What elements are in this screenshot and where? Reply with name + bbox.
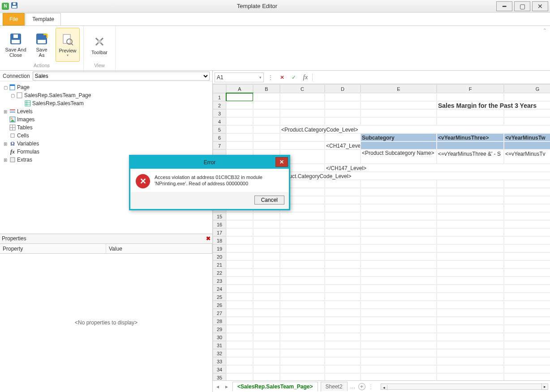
sheet-tab-more[interactable]: … (350, 383, 356, 390)
toolbar-button[interactable]: Toolbar (87, 28, 112, 62)
file-tab[interactable]: File (3, 13, 25, 26)
save-icon[interactable] (11, 2, 18, 10)
page-item-icon (16, 92, 23, 99)
row-34[interactable]: 34 (213, 365, 226, 373)
row-29[interactable]: 29 (213, 325, 226, 333)
name-box[interactable]: A1 ▾ (215, 72, 264, 82)
svg-rect-5 (13, 34, 18, 38)
tree-images[interactable]: Images (17, 116, 34, 123)
col-D[interactable]: D (325, 84, 361, 93)
row-27[interactable]: 27 (213, 309, 226, 317)
col-E[interactable]: E (361, 84, 437, 93)
row-28[interactable]: 28 (213, 317, 226, 325)
row-30[interactable]: 30 (213, 333, 226, 341)
value-column[interactable]: Value (106, 244, 212, 253)
accept-formula-icon[interactable]: ✓ (289, 72, 299, 82)
close-properties-icon[interactable]: ✖ (206, 235, 211, 242)
preview-icon (60, 33, 75, 47)
cancel-formula-icon[interactable]: ✕ (277, 72, 287, 82)
connection-dropdown[interactable]: Sales (33, 72, 210, 81)
tree-cells[interactable]: Cells (17, 132, 29, 139)
row-20[interactable]: 20 (213, 252, 226, 260)
cell-catcode-open: <Product.CategoryCode_Level> (280, 125, 550, 133)
formula-input[interactable] (314, 72, 548, 82)
row-33[interactable]: 33 (213, 357, 226, 365)
connection-row: Connection Sales (0, 71, 212, 81)
extras-icon (9, 156, 16, 163)
row-32[interactable]: 32 (213, 349, 226, 357)
svg-rect-15 (25, 101, 30, 106)
row-24[interactable]: 24 (213, 285, 226, 293)
col-G[interactable]: G (504, 84, 550, 93)
property-column[interactable]: Property (0, 244, 106, 253)
fb-dots-icon: ⋮ (266, 72, 275, 82)
svg-line-10 (71, 43, 73, 45)
tree-variables[interactable]: Variables (17, 141, 39, 147)
sheet-tab-2[interactable]: Sheet2 (321, 382, 348, 391)
row-26[interactable]: 26 (213, 301, 226, 309)
svg-rect-20 (10, 111, 15, 113)
formula-bar: A1 ▾ ⋮ ✕ ✓ fx (213, 71, 550, 84)
sheet-tab-active[interactable]: <SalesRep.SalesTeam_Page> (232, 382, 318, 391)
row-35[interactable]: 35 (213, 373, 226, 380)
row-23[interactable]: 23 (213, 277, 226, 285)
row-18[interactable]: 18 (213, 236, 226, 244)
row-25[interactable]: 25 (213, 293, 226, 301)
row-17[interactable]: 17 (213, 228, 226, 236)
chevron-down-icon[interactable]: ▾ (259, 75, 262, 80)
collapse-ribbon-icon[interactable]: ⌃ (543, 28, 546, 33)
save-as-button[interactable]: Save As (30, 28, 54, 62)
close-dialog-button[interactable]: ✕ (275, 157, 288, 167)
catcode-close: roduct.CategoryCode_Level> (280, 172, 550, 180)
col-F[interactable]: F (437, 84, 504, 93)
properties-empty: <No properties to display> (0, 254, 212, 392)
error-icon: ✕ (136, 174, 150, 188)
subtitle: Cre (504, 109, 550, 117)
svg-rect-14 (17, 93, 22, 98)
subcategory-header: Subcategory (361, 133, 437, 141)
formulas-icon: fx (9, 148, 16, 155)
sheet-nav-prev[interactable]: ◂ (215, 383, 221, 390)
tree-item-page[interactable]: SalesRep.SalesTeam_Page (24, 92, 91, 98)
error-dialog: Error ✕ ✕ Access violation at address 01… (129, 155, 290, 210)
tree-levels[interactable]: Levels (17, 108, 33, 115)
tree-item-sheet[interactable]: SalesRep.SalesTeam (32, 100, 84, 107)
spreadsheet[interactable]: A B C D E F G 1 2 Sales Margin for the P… (213, 84, 550, 380)
maximize-button[interactable]: ▢ (514, 1, 530, 11)
ch147-close: </CH147_Level> (325, 164, 550, 172)
col-B[interactable]: B (253, 84, 280, 93)
row-16[interactable]: 16 (213, 220, 226, 228)
minimize-button[interactable]: ━ (496, 1, 512, 11)
tree-formulas[interactable]: Formulas (17, 149, 39, 155)
ribbon-tabs: File Template (0, 13, 550, 26)
tree-tables[interactable]: Tables (17, 124, 33, 131)
col-C[interactable]: C (280, 84, 325, 93)
row-19[interactable]: 19 (213, 244, 226, 252)
cell-A1[interactable] (226, 93, 253, 101)
toolbar-icon (92, 34, 107, 49)
row-1[interactable]: 1 (213, 93, 226, 101)
tree-extras[interactable]: Extras (17, 157, 32, 163)
col-A[interactable]: A (226, 84, 253, 93)
template-tab[interactable]: Template (26, 13, 61, 26)
horizontal-scrollbar[interactable]: ◂▸ (381, 383, 548, 390)
row-22[interactable]: 22 (213, 268, 226, 277)
cancel-button[interactable]: Cancel (254, 196, 284, 205)
save-as-icon (34, 32, 49, 46)
close-window-button[interactable]: ✕ (532, 1, 548, 11)
sheet-icon (24, 100, 31, 107)
svg-rect-1 (12, 6, 17, 8)
row-21[interactable]: 21 (213, 260, 226, 268)
row-15[interactable]: 15 (213, 212, 226, 220)
sheet-nav-next[interactable]: ▸ (223, 383, 230, 390)
new-sheet-button[interactable]: + (358, 383, 365, 390)
fx-icon[interactable]: fx (301, 72, 310, 82)
error-title: Error (204, 159, 216, 166)
row-31[interactable]: 31 (213, 341, 226, 349)
svg-point-22 (11, 118, 13, 119)
svg-rect-2 (13, 3, 16, 5)
tree-page[interactable]: Page (17, 84, 30, 90)
save-and-close-button[interactable]: Save And Close (4, 28, 28, 62)
connection-label: Connection (3, 73, 30, 79)
preview-button[interactable]: Preview ▾ (56, 28, 80, 62)
